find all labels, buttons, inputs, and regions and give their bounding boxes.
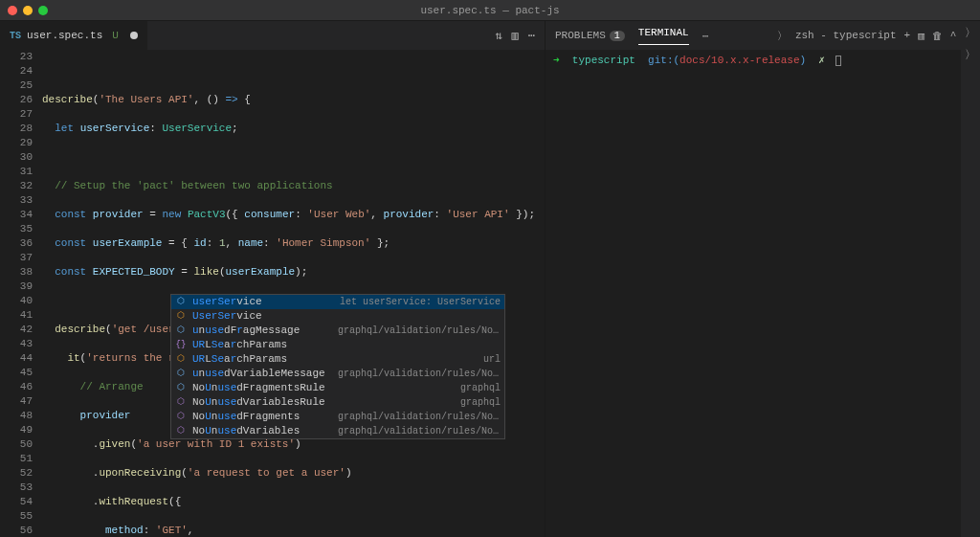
side-tool-icon[interactable]: 〉 bbox=[965, 47, 976, 63]
suggestion-kind-icon: ⬡ bbox=[175, 311, 187, 323]
editor-panel: TS user.spec.ts U ⇅ ▥ ⋯ 2324252627282930… bbox=[0, 21, 546, 537]
suggestion-kind-icon: ⬡ bbox=[175, 412, 187, 423]
editor-body[interactable]: 2324252627282930313233343536373839404142… bbox=[0, 50, 545, 537]
suggestion-kind-icon: ⬡ bbox=[175, 397, 187, 409]
terminal-body[interactable]: ➜ typescript git:(docs/10.x.x-release) ✗ bbox=[546, 50, 980, 537]
line-number: 46 bbox=[0, 380, 33, 394]
suggestion-label: NoUnusedFragmentsRule bbox=[192, 381, 325, 395]
traffic-lights bbox=[0, 6, 48, 15]
autocomplete-item[interactable]: {}URLSearchParams bbox=[171, 338, 504, 352]
line-number: 29 bbox=[0, 136, 33, 150]
suggestion-kind-icon: {} bbox=[175, 340, 187, 351]
line-number: 55 bbox=[0, 509, 33, 524]
tab-actions: ⇅ ▥ ⋯ bbox=[495, 29, 545, 43]
line-number: 27 bbox=[0, 107, 33, 122]
line-number: 25 bbox=[0, 78, 33, 93]
line-number-gutter: 2324252627282930313233343536373839404142… bbox=[0, 50, 42, 537]
side-tool-icon[interactable]: 〉 bbox=[965, 25, 976, 41]
autocomplete-item[interactable]: ⬡unusedVariableMessagegraphql/validation… bbox=[171, 367, 504, 381]
prompt-git-label: git:( bbox=[641, 55, 679, 66]
line-number: 42 bbox=[0, 323, 33, 337]
suggestion-kind-icon: ⬡ bbox=[175, 383, 187, 394]
tab-git-status: U bbox=[112, 30, 119, 41]
line-number: 37 bbox=[0, 251, 33, 265]
close-window-button[interactable] bbox=[8, 6, 17, 15]
line-number: 53 bbox=[0, 481, 33, 495]
autocomplete-item[interactable]: ⬡unusedFragMessagegraphql/validation/rul… bbox=[171, 324, 504, 338]
line-number: 56 bbox=[0, 524, 33, 537]
autocomplete-item[interactable]: ⬡NoUnusedVariablesgraphql/validation/rul… bbox=[171, 424, 504, 438]
line-number: 50 bbox=[0, 437, 33, 452]
suggestion-label: NoUnusedVariables bbox=[192, 424, 300, 438]
prompt-branch: docs/10.x.x-release bbox=[679, 55, 799, 66]
suggestion-detail: graphql/validation/rules/NoUnusedVar… bbox=[338, 367, 501, 381]
line-number: 43 bbox=[0, 337, 33, 351]
suggestion-detail: graphql/validation/rules/NoUnusedFragmen… bbox=[338, 324, 501, 338]
line-number: 26 bbox=[0, 93, 33, 107]
maximize-panel-icon[interactable]: ^ bbox=[950, 30, 957, 41]
line-number: 33 bbox=[0, 193, 33, 208]
trash-terminal-icon[interactable]: 🗑 bbox=[932, 30, 943, 42]
line-number: 44 bbox=[0, 351, 33, 366]
suggestion-detail: graphql bbox=[460, 381, 501, 395]
autocomplete-item[interactable]: ⬡NoUnusedFragmentsgraphql/validation/rul… bbox=[171, 410, 504, 424]
terminal-task-name[interactable]: zsh - typescript bbox=[795, 30, 897, 41]
line-number: 39 bbox=[0, 280, 33, 294]
suggestion-kind-icon: ⬡ bbox=[175, 369, 187, 380]
suggestion-detail: graphql/validation/rules/NoUnusedVariabl… bbox=[338, 424, 501, 438]
tab-problems[interactable]: PROBLEMS1 bbox=[555, 30, 625, 41]
autocomplete-item[interactable]: ⬡URLSearchParamsurl bbox=[171, 352, 504, 367]
split-editor-icon[interactable]: ▥ bbox=[512, 29, 519, 43]
problems-count-badge: 1 bbox=[610, 31, 625, 41]
suggestion-label: NoUnusedFragments bbox=[192, 410, 300, 424]
line-number: 23 bbox=[0, 50, 33, 64]
terminal-actions: 〉 zsh - typescript + ▥ 🗑 ^ ✕ bbox=[777, 29, 970, 43]
window-title: user.spec.ts — pact-js bbox=[0, 5, 980, 16]
suggestion-label: unusedFragMessage bbox=[192, 324, 300, 338]
typescript-icon: TS bbox=[10, 31, 21, 41]
autocomplete-item[interactable]: ⬡NoUnusedFragmentsRulegraphql bbox=[171, 381, 504, 395]
suggestion-detail: graphql/validation/rules/NoUnusedFragmen… bbox=[338, 410, 501, 424]
diff-icon[interactable]: ⇅ bbox=[495, 29, 501, 43]
line-number: 28 bbox=[0, 122, 33, 136]
editor-tab[interactable]: TS user.spec.ts U bbox=[0, 21, 147, 50]
new-terminal-icon[interactable]: + bbox=[904, 30, 911, 41]
line-number: 51 bbox=[0, 452, 33, 466]
title-bar: user.spec.ts — pact-js bbox=[0, 0, 980, 21]
panel-tab-bar: PROBLEMS1 TERMINAL ⋯ 〉 zsh - typescript … bbox=[546, 21, 980, 50]
line-number: 54 bbox=[0, 495, 33, 509]
autocomplete-item[interactable]: ⬡UserService bbox=[171, 309, 504, 324]
autocomplete-item[interactable]: ⬡userServicelet userService: UserService bbox=[171, 295, 504, 309]
suggestion-kind-icon: ⬡ bbox=[175, 297, 187, 308]
prompt-dirty-icon: ✗ bbox=[813, 55, 825, 66]
split-terminal-icon[interactable]: ▥ bbox=[918, 30, 924, 42]
suggestion-label: UserService bbox=[192, 309, 262, 324]
terminal-panel: PROBLEMS1 TERMINAL ⋯ 〉 zsh - typescript … bbox=[546, 21, 980, 537]
suggestion-kind-icon: ⬡ bbox=[175, 426, 187, 437]
line-number: 48 bbox=[0, 409, 33, 423]
suggestion-detail: graphql bbox=[460, 395, 501, 410]
code-area[interactable]: describe('The Users API', () => { let us… bbox=[42, 50, 545, 537]
line-number: 52 bbox=[0, 466, 33, 481]
line-number: 47 bbox=[0, 394, 33, 409]
line-number: 36 bbox=[0, 236, 33, 251]
line-number: 41 bbox=[0, 308, 33, 323]
line-number: 38 bbox=[0, 265, 33, 280]
panel-more-icon[interactable]: ⋯ bbox=[702, 30, 709, 42]
suggestion-detail: let userService: UserService bbox=[340, 295, 501, 309]
prompt-arrow-icon: ➜ bbox=[553, 55, 560, 66]
terminal-cursor bbox=[835, 56, 841, 66]
autocomplete-item[interactable]: ⬡NoUnusedVariablesRulegraphql bbox=[171, 395, 504, 410]
suggestion-kind-icon: ⬡ bbox=[175, 325, 187, 337]
suggestion-kind-icon: ⬡ bbox=[175, 354, 187, 366]
line-number: 40 bbox=[0, 294, 33, 308]
zoom-window-button[interactable] bbox=[38, 6, 48, 15]
line-number: 31 bbox=[0, 165, 33, 179]
suggestion-label: URLSearchParams bbox=[192, 338, 287, 352]
more-actions-icon[interactable]: ⋯ bbox=[528, 29, 535, 43]
tab-terminal[interactable]: TERMINAL bbox=[638, 27, 689, 45]
right-tool-column: 〉 〉 bbox=[961, 21, 980, 537]
autocomplete-popup[interactable]: ⬡userServicelet userService: UserService… bbox=[170, 294, 505, 439]
suggestion-label: NoUnusedVariablesRule bbox=[192, 395, 325, 410]
minimize-window-button[interactable] bbox=[23, 6, 33, 15]
